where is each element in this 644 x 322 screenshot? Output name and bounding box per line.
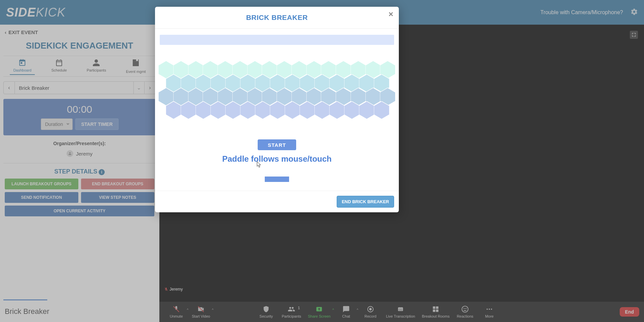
modal-title-text: BRICK BREAKER — [246, 14, 308, 21]
svg-marker-76 — [359, 101, 375, 119]
end-brick-breaker-button[interactable]: END BRICK BREAKER — [337, 196, 394, 208]
close-icon[interactable]: × — [388, 9, 393, 19]
brick — [166, 101, 181, 119]
svg-marker-64 — [181, 101, 196, 119]
svg-marker-67 — [225, 101, 241, 119]
paddle — [265, 177, 289, 182]
modal-footer: END BRICK BREAKER — [155, 191, 399, 212]
svg-marker-72 — [300, 101, 315, 119]
cursor-icon — [257, 161, 261, 168]
game-hud — [160, 35, 394, 45]
brick — [344, 101, 360, 119]
brick — [210, 101, 226, 119]
svg-marker-73 — [314, 101, 330, 119]
brick — [181, 101, 196, 119]
svg-marker-69 — [255, 101, 271, 119]
brick — [240, 101, 256, 119]
brick — [359, 101, 375, 119]
brick — [270, 101, 285, 119]
brick-breaker-modal: BRICK BREAKER × START Paddle follows mou… — [155, 7, 399, 212]
svg-marker-70 — [270, 101, 285, 119]
svg-marker-68 — [240, 101, 256, 119]
svg-marker-75 — [344, 101, 360, 119]
start-game-button[interactable]: START — [258, 139, 296, 150]
svg-marker-74 — [329, 101, 345, 119]
svg-marker-65 — [196, 101, 211, 119]
brick — [314, 101, 330, 119]
game-area[interactable]: START Paddle follows mouse/touch — [155, 29, 399, 191]
svg-marker-71 — [285, 101, 300, 119]
svg-marker-77 — [374, 101, 389, 119]
game-hint: Paddle follows mouse/touch — [222, 154, 332, 164]
brick-field — [159, 65, 395, 119]
brick — [374, 101, 389, 119]
brick — [285, 101, 300, 119]
brick — [255, 101, 271, 119]
brick — [329, 101, 345, 119]
brick — [225, 101, 241, 119]
brick — [300, 101, 315, 119]
svg-marker-66 — [210, 101, 226, 119]
brick — [196, 101, 211, 119]
modal-title: BRICK BREAKER × — [155, 7, 399, 29]
svg-marker-63 — [166, 101, 181, 119]
